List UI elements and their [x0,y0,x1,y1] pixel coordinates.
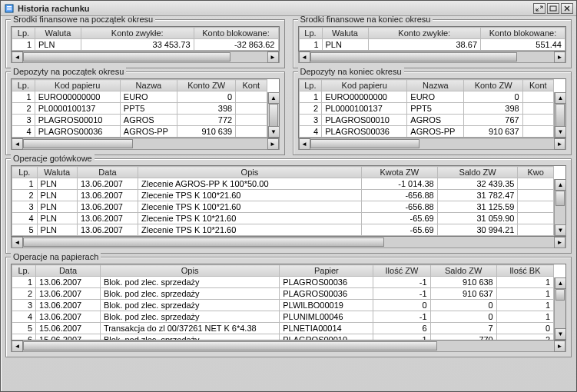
header-row[interactable]: Lp. Waluta Konto zwykłe: Konto blokowane… [299,28,565,39]
header-row[interactable]: Lp. Data Opis Papier Ilość ZW Saldo ZW I… [12,265,554,277]
col-lp[interactable]: Lp. [299,28,322,39]
col-nazwa[interactable]: Nazwa [407,80,464,91]
table-row[interactable]: 5PLN13.06.2007Zlecenie TPS K 10*21.60-65… [12,224,554,236]
table-row[interactable]: 4PLAGROS00036AGROS-PP910 639 [12,126,267,138]
scroll-up-icon[interactable]: ▲ [555,179,566,191]
detach-button[interactable] [533,3,545,14]
scroll-thumb[interactable] [23,139,133,148]
table-row[interactable]: 4PLN13.06.2007Zlecenie TPS K 10*21.60-65… [12,213,554,224]
col-saldo-zw[interactable]: Saldo ZW [430,265,496,277]
titlebar[interactable]: Historia rachunku [1,1,576,16]
table-row[interactable]: 1 PLN 38.67 551.44 [299,39,565,51]
header-row[interactable]: Lp. Kod papieru Nazwa Konto ZW Kont [299,80,554,91]
scroll-right-icon[interactable]: ► [554,237,565,248]
col-currency[interactable]: Waluta [35,28,81,39]
scroll-up-icon[interactable]: ▲ [268,92,280,104]
scroll-up-icon[interactable]: ▲ [555,92,566,104]
scroll-thumb[interactable] [23,52,230,61]
col-konto-zw[interactable]: Konto ZW [464,80,522,91]
scroll-down-icon[interactable]: ▼ [555,328,566,340]
col-ilosc-bk[interactable]: Ilość BK [496,265,553,277]
scroll-track[interactable] [555,289,565,328]
scroll-left-icon[interactable]: ◄ [299,51,310,63]
scroll-track[interactable] [268,104,279,126]
col-konto-zwykle[interactable]: Konto zwykłe: [81,28,194,39]
scroll-track[interactable] [23,237,554,247]
col-lp[interactable]: Lp. [299,80,322,91]
table-row[interactable]: 213.06.2007Blok. pod zlec. sprzedażyPLAG… [12,288,554,300]
hscrollbar[interactable]: ◄ ► [11,237,566,248]
scroll-right-icon[interactable]: ► [554,138,565,150]
header-row[interactable]: Lp. Waluta Data Opis Kwota ZW Saldo ZW K… [12,167,554,178]
vscrollbar[interactable]: ▲ ▼ [267,92,279,138]
scroll-thumb[interactable] [23,238,384,247]
table-row[interactable]: 2PLN13.06.2007Zlecenie TPS K 100*21.60-6… [12,190,554,201]
scroll-track[interactable] [310,138,555,149]
col-lp[interactable]: Lp. [12,80,35,91]
vscrollbar[interactable]: ▲ ▼ [554,92,565,138]
table-row[interactable]: 3PLAGROS00010AGROS772 [12,115,267,126]
col-currency[interactable]: Waluta [322,28,368,39]
scroll-down-icon[interactable]: ▼ [268,126,280,138]
hscrollbar[interactable]: ◄ ► [298,51,567,63]
vscrollbar[interactable]: ▲ ▼ [554,277,565,340]
col-konto[interactable]: Kont [236,80,267,91]
col-lp[interactable]: Lp. [12,167,38,178]
table-row[interactable]: 1EURO00000000EURO0 [12,91,267,103]
header-row[interactable]: Lp. Kod papieru Nazwa Konto ZW Kont [12,80,267,91]
scroll-thumb[interactable] [310,52,518,61]
col-saldo-zw[interactable]: Saldo ZW [437,167,518,178]
col-konto-zw[interactable]: Konto ZW [177,80,235,91]
scroll-down-icon[interactable]: ▼ [555,224,566,236]
table-row[interactable]: 1EURO00000000EURO0 [299,91,554,103]
col-nazwa[interactable]: Nazwa [120,80,177,91]
scroll-right-icon[interactable]: ► [554,51,565,63]
maximize-button[interactable] [547,3,559,14]
col-kod[interactable]: Kod papieru [322,80,407,91]
col-ilosc-zw[interactable]: Ilość ZW [373,265,430,277]
col-kwo[interactable]: Kwo [518,167,554,178]
col-opis[interactable]: Opis [100,265,279,277]
scroll-right-icon[interactable]: ► [554,341,565,352]
col-konto[interactable]: Kont [522,80,553,91]
scroll-thumb[interactable] [23,341,437,350]
col-kod[interactable]: Kod papieru [35,80,120,91]
col-papier[interactable]: Papier [280,265,373,277]
table-row[interactable]: 413.06.2007Blok. pod zlec. sprzedażyPLUN… [12,311,554,323]
scroll-left-icon[interactable]: ◄ [12,341,23,352]
close-button[interactable] [561,3,573,14]
scroll-left-icon[interactable]: ◄ [12,51,23,63]
scroll-up-icon[interactable]: ▲ [555,277,566,289]
vscrollbar[interactable]: ▲ ▼ [554,179,565,236]
scroll-thumb[interactable] [310,139,420,148]
scroll-left-icon[interactable]: ◄ [299,138,310,150]
scroll-left-icon[interactable]: ◄ [12,138,23,150]
table-row[interactable]: 515.06.2007Transakcja do zl 00/37261 NET… [12,323,554,334]
table-row[interactable]: 313.06.2007Blok. pod zlec. sprzedażyPLWI… [12,300,554,311]
scroll-left-icon[interactable]: ◄ [12,237,23,248]
col-konto-blokowane[interactable]: Konto blokowane: [194,28,278,39]
col-kwota-zw[interactable]: Kwota ZW [361,167,437,178]
col-lp[interactable]: Lp. [12,265,36,277]
header-row[interactable]: Lp. Waluta Konto zwykłe: Konto blokowane… [12,28,279,39]
scroll-right-icon[interactable]: ► [267,51,279,63]
col-lp[interactable]: Lp. [12,28,35,39]
table-row[interactable]: 3PLAGROS00010AGROS767 [299,115,554,126]
hscrollbar[interactable]: ◄ ► [298,138,567,150]
scroll-track[interactable] [310,51,555,62]
col-konto-blokowane[interactable]: Konto blokowane: [481,28,565,39]
table-row[interactable]: 615.06.2007Blok. pod zlec. sprzedażyPLAG… [12,334,554,341]
scroll-thumb[interactable] [269,104,278,127]
scroll-track[interactable] [555,191,565,224]
col-data[interactable]: Data [36,265,101,277]
table-row[interactable]: 1PLN13.06.2007Zlecenie AGROS-PP K 100*50… [12,178,554,190]
scroll-thumb[interactable] [555,104,565,127]
scroll-track[interactable] [555,104,565,126]
col-currency[interactable]: Waluta [37,167,77,178]
scroll-down-icon[interactable]: ▼ [555,126,566,138]
col-opis[interactable]: Opis [138,167,362,178]
scroll-track[interactable] [23,138,267,149]
table-row[interactable]: 2PL0000100137PPT5398 [12,103,267,115]
scroll-thumb[interactable] [555,289,565,301]
col-konto-zwykle[interactable]: Konto zwykłe: [368,28,481,39]
